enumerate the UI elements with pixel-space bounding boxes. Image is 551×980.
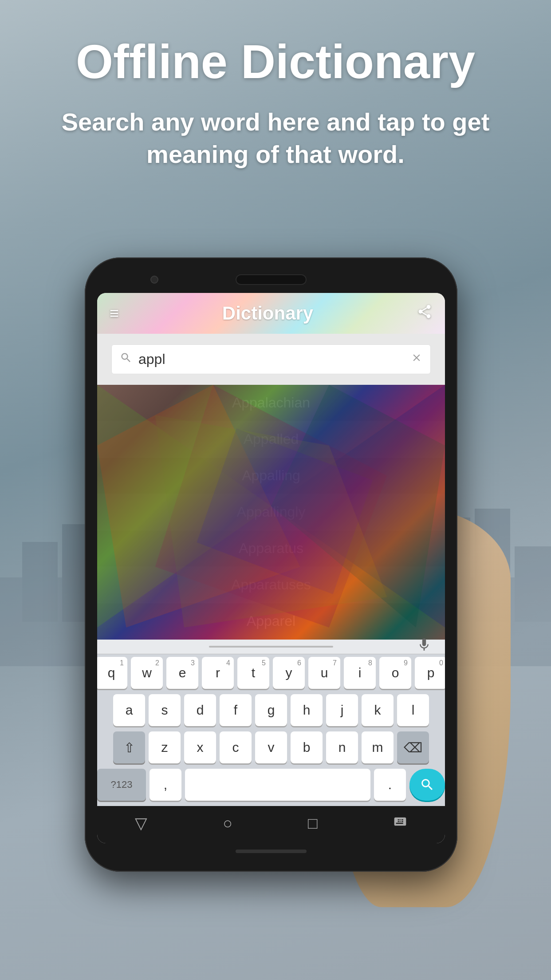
phone-bottom: [97, 843, 445, 859]
app-title: Dictionary: [222, 303, 313, 324]
word-list-container: Appalachian Appalled Appalling Appalling…: [97, 385, 445, 640]
key-search[interactable]: [409, 769, 445, 801]
keyboard-row-2: a s d f g h j k l: [97, 692, 445, 729]
nav-keyboard[interactable]: [393, 814, 407, 833]
geo-background: [97, 385, 445, 640]
svg-rect-15: [515, 546, 551, 622]
key-q[interactable]: 1 q: [97, 657, 127, 689]
key-u[interactable]: 7 u: [308, 657, 340, 689]
speaker-grille: [236, 274, 307, 285]
key-numbers[interactable]: ?123: [97, 769, 146, 801]
key-shift[interactable]: ⇧: [113, 731, 145, 763]
key-space[interactable]: [185, 769, 370, 801]
android-nav-bar: ▽ ○ □: [97, 806, 445, 843]
key-l[interactable]: l: [397, 694, 429, 726]
keyboard-row-3: ⇧ z x c v b n m ⌫: [97, 729, 445, 766]
key-g[interactable]: g: [255, 694, 287, 726]
mic-icon[interactable]: [417, 637, 432, 656]
keyboard-suggestions: [97, 640, 445, 654]
share-icon[interactable]: [417, 304, 433, 323]
nav-home[interactable]: ○: [223, 814, 232, 833]
key-a[interactable]: a: [113, 694, 145, 726]
key-j[interactable]: j: [326, 694, 358, 726]
key-comma[interactable]: ,: [150, 769, 181, 801]
phone-frame: ≡ Dictionary appl: [85, 257, 457, 872]
key-o[interactable]: 9 o: [379, 657, 411, 689]
key-t[interactable]: 5 t: [237, 657, 269, 689]
main-title: Offline Dictionary: [27, 36, 524, 88]
phone-mockup: ≡ Dictionary appl: [85, 257, 466, 872]
key-z[interactable]: z: [149, 731, 181, 763]
keyboard[interactable]: 1 q 2 w 3 e 4 r: [97, 640, 445, 806]
phone-screen: ≡ Dictionary appl: [97, 293, 445, 843]
app-header: ≡ Dictionary: [97, 293, 445, 334]
key-s[interactable]: s: [149, 694, 181, 726]
key-d[interactable]: d: [184, 694, 216, 726]
key-b[interactable]: b: [291, 731, 323, 763]
key-f[interactable]: f: [220, 694, 252, 726]
key-w[interactable]: 2 w: [131, 657, 163, 689]
key-e[interactable]: 3 e: [166, 657, 198, 689]
clear-icon[interactable]: [411, 352, 422, 367]
svg-rect-1: [22, 542, 58, 622]
search-bar[interactable]: appl: [111, 344, 431, 374]
key-h[interactable]: h: [291, 694, 323, 726]
search-icon: [120, 352, 132, 367]
key-v[interactable]: v: [255, 731, 287, 763]
phone-top-area: [97, 270, 445, 293]
menu-icon[interactable]: ≡: [110, 304, 119, 323]
camera-dot: [150, 276, 158, 284]
subtitle: Search any word here and tap to get mean…: [27, 106, 524, 171]
nav-back[interactable]: ▽: [135, 814, 147, 833]
key-p[interactable]: 0 p: [415, 657, 445, 689]
suggestion-bar: [209, 646, 333, 648]
key-backspace[interactable]: ⌫: [397, 731, 429, 763]
key-c[interactable]: c: [220, 731, 252, 763]
search-container: appl: [97, 334, 445, 385]
search-input[interactable]: appl: [138, 351, 411, 368]
key-m[interactable]: m: [362, 731, 394, 763]
key-n[interactable]: n: [326, 731, 358, 763]
key-period[interactable]: .: [374, 769, 406, 801]
key-k[interactable]: k: [362, 694, 394, 726]
key-i[interactable]: 8 i: [344, 657, 376, 689]
home-indicator: [236, 850, 307, 853]
keyboard-row-4: ?123 , .: [97, 766, 445, 806]
keyboard-row-1: 1 q 2 w 3 e 4 r: [97, 654, 445, 692]
key-r[interactable]: 4 r: [202, 657, 234, 689]
hero-section: Offline Dictionary Search any word here …: [0, 36, 551, 170]
key-y[interactable]: 6 y: [273, 657, 305, 689]
nav-recents[interactable]: □: [308, 814, 318, 833]
key-x[interactable]: x: [184, 731, 216, 763]
